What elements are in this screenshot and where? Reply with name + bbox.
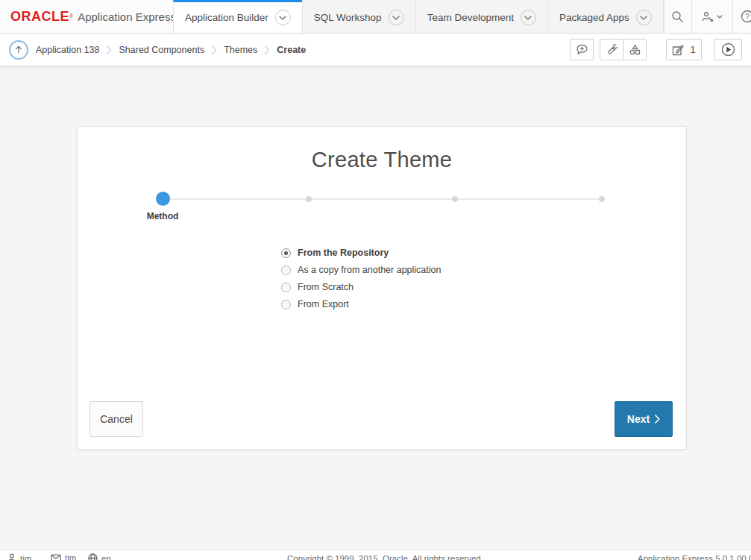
up-level-button[interactable] xyxy=(9,40,28,60)
tab-application-builder[interactable]: Application Builder xyxy=(173,0,302,33)
radio-button[interactable] xyxy=(281,300,291,309)
chevron-down-icon xyxy=(717,15,723,19)
next-button-label: Next xyxy=(627,413,650,425)
help-icon: ? xyxy=(741,10,751,23)
oracle-brand: ORACLE xyxy=(10,9,69,25)
step-dot-method-active xyxy=(156,192,170,206)
tab-label: Application Builder xyxy=(185,12,268,23)
oracle-apex-logo: ORACLE® Application Express xyxy=(0,0,173,33)
product-name: Application Express xyxy=(78,10,176,23)
administration-menu-button[interactable] xyxy=(691,0,732,33)
feedback-bubble-icon xyxy=(576,44,588,56)
option-label: From Scratch xyxy=(298,282,353,292)
breadcrumb-separator-icon xyxy=(106,45,112,55)
breadcrumb-bar: Application 138 Shared Components Themes… xyxy=(0,34,751,66)
search-icon xyxy=(671,10,684,23)
footer-language-code: en xyxy=(101,554,111,560)
play-icon xyxy=(721,43,735,57)
chevron-right-icon xyxy=(655,415,660,424)
edit-page-icon xyxy=(672,44,684,56)
breadcrumb-application[interactable]: Application 138 xyxy=(36,45,99,55)
registered-mark: ® xyxy=(69,13,73,20)
step-dot-4 xyxy=(599,196,605,202)
option-from-repository[interactable]: From the Repository xyxy=(281,248,441,258)
footer-language: en xyxy=(88,553,111,560)
person-icon xyxy=(7,553,16,560)
radio-button[interactable] xyxy=(281,265,291,275)
page-toolbar: 1 xyxy=(570,39,742,60)
tab-label: Packaged Apps xyxy=(559,12,629,23)
breadcrumb-separator-icon xyxy=(211,45,217,55)
option-label: From the Repository xyxy=(298,248,389,258)
breadcrumb-create: Create xyxy=(277,45,306,55)
tab-packaged-apps[interactable]: Packaged Apps xyxy=(547,0,664,33)
header-actions: ? xyxy=(664,0,751,33)
footer-workspace-name: tim xyxy=(65,553,76,560)
step-dot-3 xyxy=(452,196,458,202)
envelope-icon xyxy=(51,554,61,560)
feedback-button[interactable] xyxy=(570,39,594,60)
chevron-down-icon[interactable] xyxy=(389,10,404,25)
help-menu-button[interactable]: ? xyxy=(732,0,751,33)
progress-line xyxy=(163,198,602,200)
search-button[interactable] xyxy=(664,0,691,33)
tab-team-development[interactable]: Team Development xyxy=(415,0,547,33)
create-theme-wizard: Create Theme Method From the Repository … xyxy=(77,126,687,450)
footer-workspace: tim xyxy=(51,553,76,560)
user-wrench-icon xyxy=(702,11,714,22)
chevron-down-icon[interactable] xyxy=(636,10,652,25)
option-label: From Export xyxy=(298,299,349,309)
breadcrumb-themes[interactable]: Themes xyxy=(224,45,257,55)
main-nav-tabs: Application Builder SQL Workshop Team De… xyxy=(173,0,664,33)
tab-label: Team Development xyxy=(427,12,514,23)
footer-copyright: Copyright © 1999, 2015, Oracle. All righ… xyxy=(287,554,483,560)
footer-user-name: tim xyxy=(20,554,31,560)
spotlight-search-button[interactable] xyxy=(600,39,623,60)
radio-button[interactable] xyxy=(281,283,291,292)
tab-label: SQL Workshop xyxy=(314,12,382,23)
current-step-label: Method xyxy=(133,211,192,221)
run-application-button[interactable] xyxy=(714,39,742,60)
cancel-button[interactable]: Cancel xyxy=(89,401,143,437)
main-content: Create Theme Method From the Repository … xyxy=(0,66,751,560)
option-copy-from-application[interactable]: As a copy from another application xyxy=(281,265,441,275)
tab-sql-workshop[interactable]: SQL Workshop xyxy=(302,0,415,33)
breadcrumb-separator-icon xyxy=(264,45,270,55)
svg-text:?: ? xyxy=(745,13,750,21)
edit-page-button[interactable]: 1 xyxy=(666,39,702,60)
breadcrumb-shared-components[interactable]: Shared Components xyxy=(119,45,204,55)
footer-user: tim xyxy=(7,553,31,560)
shared-components-button[interactable] xyxy=(623,39,647,60)
create-theme-method-options: From the Repository As a copy from anoth… xyxy=(281,248,441,316)
option-from-export[interactable]: From Export xyxy=(281,299,441,309)
chevron-down-icon[interactable] xyxy=(521,10,536,25)
step-dot-2 xyxy=(306,196,312,202)
page-title: Create Theme xyxy=(78,148,686,172)
shapes-icon xyxy=(629,43,641,56)
globe-icon xyxy=(88,553,98,560)
chevron-down-icon[interactable] xyxy=(275,10,291,25)
radio-button-checked[interactable] xyxy=(281,248,291,258)
next-button[interactable]: Next xyxy=(615,401,673,437)
option-from-scratch[interactable]: From Scratch xyxy=(281,282,441,292)
footer-version: Application Express 5.0.1.00.06 xyxy=(638,554,751,560)
breadcrumb: Application 138 Shared Components Themes… xyxy=(36,45,306,55)
footer-bar: tim tim en Copyright © 1999, 2015, Oracl… xyxy=(0,550,751,560)
flashlight-icon xyxy=(606,43,618,56)
wizard-progress-train xyxy=(78,192,686,207)
option-label: As a copy from another application xyxy=(298,265,441,275)
header-bar: ORACLE® Application Express Application … xyxy=(0,0,751,34)
edit-page-number: 1 xyxy=(690,44,695,55)
